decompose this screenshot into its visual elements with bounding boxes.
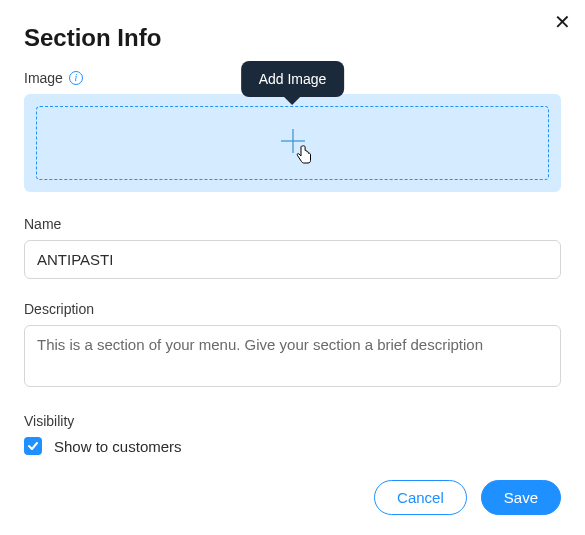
image-label: Image	[24, 70, 63, 86]
visibility-label: Visibility	[24, 413, 561, 429]
add-image-tooltip: Add Image	[241, 61, 345, 97]
dialog-title: Section Info	[24, 24, 561, 52]
info-icon[interactable]: i	[69, 71, 83, 85]
show-to-customers-checkbox[interactable]	[24, 437, 42, 455]
close-icon: ✕	[554, 11, 571, 33]
name-label: Name	[24, 216, 561, 232]
dialog-button-row: Cancel Save	[374, 480, 561, 515]
cancel-button[interactable]: Cancel	[374, 480, 467, 515]
plus-icon	[279, 127, 307, 159]
image-dropzone[interactable]: Add Image	[36, 106, 549, 180]
image-dropzone-container[interactable]: Add Image	[24, 94, 561, 192]
close-button[interactable]: ✕	[554, 12, 571, 32]
save-button[interactable]: Save	[481, 480, 561, 515]
name-input[interactable]	[24, 240, 561, 279]
check-icon	[27, 440, 39, 452]
description-textarea[interactable]	[24, 325, 561, 387]
description-label: Description	[24, 301, 561, 317]
show-to-customers-label: Show to customers	[54, 438, 182, 455]
